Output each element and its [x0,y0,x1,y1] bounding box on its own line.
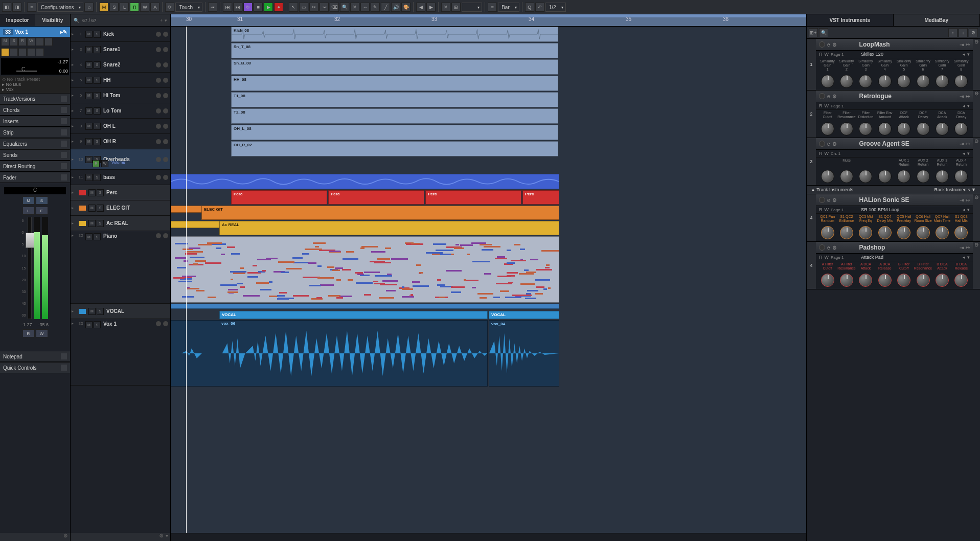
add-track-icon[interactable]: + [160,18,163,23]
track-solo-button[interactable]: S [94,321,101,328]
track-solo-button[interactable]: S [94,233,101,240]
section-fader[interactable]: Fader [0,172,70,183]
clip-t2[interactable]: T2_08 [231,108,558,124]
fader-l-button[interactable]: L [22,207,35,215]
midi-note[interactable] [187,287,190,288]
midi-note[interactable] [257,259,270,260]
track-write-button[interactable]: W [101,160,108,167]
section-sends[interactable]: Sends [0,149,70,161]
param-knob[interactable] [917,274,930,287]
clip-acreal[interactable]: Ac REAL [219,221,559,235]
track-monitor[interactable] [163,47,168,52]
edit-icon[interactable]: e [827,42,830,48]
panel-toggle-right-icon[interactable]: ◨ [12,3,21,12]
expand-icon[interactable]: ▸ [72,190,77,195]
playhead[interactable] [186,27,187,533]
midi-note[interactable] [327,266,334,268]
midi-note[interactable] [466,280,479,281]
param-knob[interactable] [954,170,968,183]
param-knob[interactable] [878,170,892,183]
track-mute-button[interactable]: M [85,77,93,84]
edit-icon[interactable]: e [827,197,830,203]
track-mute-button[interactable]: M [85,123,93,130]
midi-note[interactable] [196,290,204,291]
zoom-icon[interactable]: Q [525,3,534,12]
tab-vst-instruments[interactable]: VST Instruments [807,14,894,26]
midi-note[interactable] [505,297,520,298]
param-knob[interactable] [897,122,910,136]
midi-note[interactable] [317,277,334,279]
track-record-enable[interactable] [156,78,161,83]
track-record-enable[interactable] [156,124,161,129]
midi-note[interactable] [293,262,309,263]
cog-icon[interactable]: ⚙ [832,141,837,147]
vst-out-icon[interactable]: ↦ [966,141,970,147]
clips-area[interactable]: Kick_08 Sn_T_08 Sn_B_08 HH_08 T1_08 T2_0… [171,27,806,533]
param-knob[interactable] [897,226,910,239]
midi-note[interactable] [348,279,353,281]
automation-a-button[interactable]: A [150,3,159,12]
bus-vox-text[interactable]: ▸ Vox [2,87,68,92]
param-knob[interactable] [840,75,853,88]
vst-in-icon[interactable]: ⇥ [960,245,964,251]
clip-bass[interactable] [171,174,559,189]
midi-note[interactable] [253,265,257,266]
split-tool-icon[interactable]: ✂ [309,3,318,12]
power-icon[interactable] [819,93,825,99]
param-knob[interactable] [917,122,930,136]
fader-pan[interactable]: C [4,187,66,194]
timeline-ruler[interactable]: 3031323334353637 [171,14,806,27]
vst-search-icon[interactable]: 🔍 [819,28,828,37]
expand-icon[interactable]: ▸ [72,175,77,179]
edit-icon[interactable]: e [827,245,830,251]
track-monitor[interactable] [163,108,168,114]
track-row-ac-real[interactable]: ▸ M S Ac REAL [71,216,170,231]
clip-ohl[interactable]: OH_L_08 [231,125,558,140]
volume-fader[interactable] [28,217,32,319]
cycle-button[interactable]: ↻ [243,3,253,12]
midi-note[interactable] [526,272,536,273]
param-knob[interactable] [936,170,949,183]
snap-type-dropdown[interactable] [462,3,482,12]
midi-note[interactable] [546,264,550,266]
vst-out-icon[interactable]: ↦ [966,245,970,251]
clip-perc-1[interactable]: Perc [231,190,327,205]
midi-note[interactable] [208,297,215,298]
vst-in-icon[interactable]: ⇥ [960,141,964,147]
midi-note[interactable] [316,297,322,299]
midi-note[interactable] [495,258,507,259]
track-solo-button[interactable]: S [97,308,104,315]
preset-prev-icon[interactable]: ◂ [963,207,965,212]
collapse-icon[interactable]: ⊖ [973,91,980,138]
track-mute-button[interactable]: M [85,174,93,181]
midi-note[interactable] [186,251,202,253]
page-label[interactable]: Page 1 [831,52,844,57]
midi-note[interactable] [243,295,260,297]
expand-icon[interactable]: ▸ [72,108,77,113]
section-equalizers[interactable]: Equalizers [0,138,70,149]
midi-note[interactable] [256,282,269,284]
midi-note[interactable] [361,246,377,247]
param-knob[interactable] [878,274,892,287]
pan-display[interactable]: -1.27 C 0.00 [1,58,69,75]
track-record-enable[interactable] [156,233,161,238]
midi-note[interactable] [436,250,453,251]
clip-kick[interactable]: Kick_08 [231,27,558,42]
track-monitor[interactable] [163,157,168,162]
clip-elecgit[interactable]: ELEC GIT [201,206,559,220]
midi-note[interactable] [386,290,396,291]
preset-prev-icon[interactable]: ◂ [963,103,965,108]
midi-note[interactable] [364,272,379,273]
param-knob[interactable] [917,226,930,239]
midi-note[interactable] [320,284,334,286]
track-mute-button[interactable]: M [85,107,93,115]
param-knob[interactable] [821,170,834,183]
midi-note[interactable] [189,247,200,249]
track-record-enable[interactable] [156,157,161,162]
midi-note[interactable] [364,294,371,296]
clip-perc-4[interactable]: Perc [522,190,559,205]
track-solo-button[interactable]: S [94,46,101,53]
track-record-enable[interactable] [156,108,161,114]
insp-read-button[interactable]: R [18,38,27,46]
autoscroll-icon[interactable]: ⇥ [208,3,217,12]
